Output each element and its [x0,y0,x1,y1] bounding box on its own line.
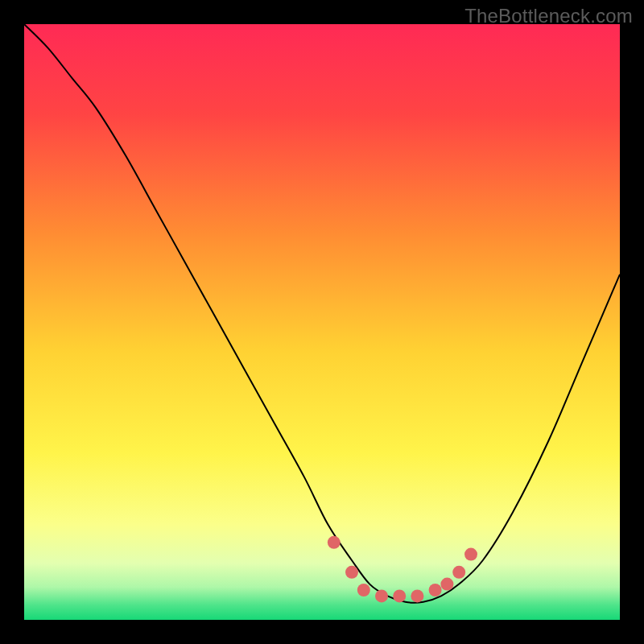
curve-marker [440,578,453,591]
chart-svg [24,24,620,620]
curve-marker [375,589,388,602]
curve-marker [393,589,406,602]
curve-marker [357,584,370,597]
gradient-background [24,24,620,620]
figure-container: TheBottleneck.com [0,0,644,644]
curve-marker [452,566,465,579]
curve-marker [464,548,477,561]
curve-marker [429,584,442,597]
curve-marker [345,566,358,579]
curve-marker [328,536,341,549]
chart-plot-area [24,24,620,620]
curve-marker [411,589,423,602]
